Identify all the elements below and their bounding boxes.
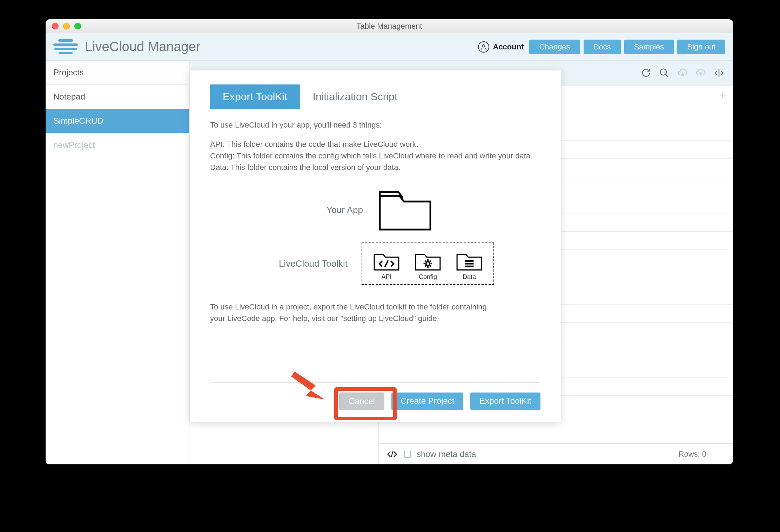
cloud-upload-icon[interactable] <box>694 66 708 80</box>
folder-icon <box>377 187 433 233</box>
meta-label: show meta data <box>417 449 476 459</box>
api-label: API <box>381 273 391 281</box>
account-link[interactable]: Account <box>478 41 524 53</box>
svg-point-1 <box>660 69 667 75</box>
svg-line-2 <box>666 74 668 77</box>
toolkit-label: LiveCloud Toolkit <box>256 258 348 269</box>
dialog-outro: To use LiveCloud in a project, export th… <box>210 301 501 324</box>
add-column-icon[interactable]: ＋ <box>718 88 728 102</box>
export-toolkit-dialog: Export ToolKit Initialization Script To … <box>189 70 561 422</box>
signout-button[interactable]: Sign out <box>677 40 725 54</box>
toolkit-box: API Config <box>362 243 494 285</box>
svg-line-5 <box>385 260 388 267</box>
api-folder-icon <box>373 250 400 271</box>
cancel-button[interactable]: Cancel <box>339 393 384 410</box>
sidebar-item-simplecrud[interactable]: SimpleCRUD <box>46 109 189 133</box>
cloud-download-icon[interactable] <box>675 66 690 80</box>
rows-label: Rows: 0 <box>679 450 706 459</box>
changes-button[interactable]: Changes <box>529 40 580 54</box>
window-title: Table Management <box>46 22 733 31</box>
app-logo: LiveCloud Manager <box>53 39 201 54</box>
svg-point-0 <box>483 45 485 47</box>
refresh-icon[interactable] <box>639 66 653 80</box>
data-label: Data <box>463 273 476 281</box>
config-label: Config <box>419 273 437 281</box>
account-label: Account <box>493 42 524 52</box>
sidebar-header: Projects <box>46 61 189 85</box>
dialog-intro: To use LiveCloud in your app, you'll nee… <box>210 119 540 131</box>
dialog-buttons: Cancel Create Project Export ToolKit <box>210 382 540 410</box>
code-icon[interactable] <box>386 448 398 461</box>
split-icon[interactable] <box>712 66 726 80</box>
app-header: LiveCloud Manager Account Changes Docs S… <box>46 33 733 61</box>
config-folder-icon <box>414 250 442 271</box>
dialog-line-config: Config: This folder contains the config … <box>210 150 540 162</box>
dialog-line-api: API: This folder contains the code that … <box>210 138 540 150</box>
svg-line-13 <box>430 261 431 262</box>
titlebar: Table Management <box>46 19 733 33</box>
your-app-label: Your App <box>272 205 363 216</box>
search-icon[interactable] <box>657 66 671 80</box>
projects-sidebar: Projects Notepad SimpleCRUD newProject <box>46 61 189 464</box>
svg-line-11 <box>425 261 426 262</box>
status-bar: show meta data Rows: 0 <box>379 443 733 464</box>
app-title: LiveCloud Manager <box>85 39 201 54</box>
docs-button[interactable]: Docs <box>584 40 621 54</box>
samples-button[interactable]: Samples <box>624 40 674 54</box>
tab-init-script[interactable]: Initialization Script <box>300 84 410 109</box>
sidebar-item-notepad[interactable]: Notepad <box>46 85 189 109</box>
create-project-button[interactable]: Create Project <box>391 393 463 410</box>
svg-point-6 <box>426 262 430 266</box>
export-toolkit-button[interactable]: Export ToolKit <box>470 393 540 410</box>
toolkit-diagram: Your App LiveCloud Toolkit <box>210 187 540 285</box>
logo-icon <box>53 39 78 54</box>
meta-checkbox[interactable] <box>404 451 411 458</box>
svg-line-12 <box>430 266 431 267</box>
dialog-line-data: Data: This folder contains the local ver… <box>210 162 540 173</box>
svg-line-14 <box>425 266 426 267</box>
data-folder-icon <box>456 250 483 271</box>
tab-export-toolkit[interactable]: Export ToolKit <box>210 84 300 109</box>
dialog-tabs: Export ToolKit Initialization Script <box>210 84 540 109</box>
svg-line-4 <box>391 451 393 457</box>
user-icon <box>478 41 489 53</box>
sidebar-item-newproject[interactable]: newProject <box>46 133 189 157</box>
